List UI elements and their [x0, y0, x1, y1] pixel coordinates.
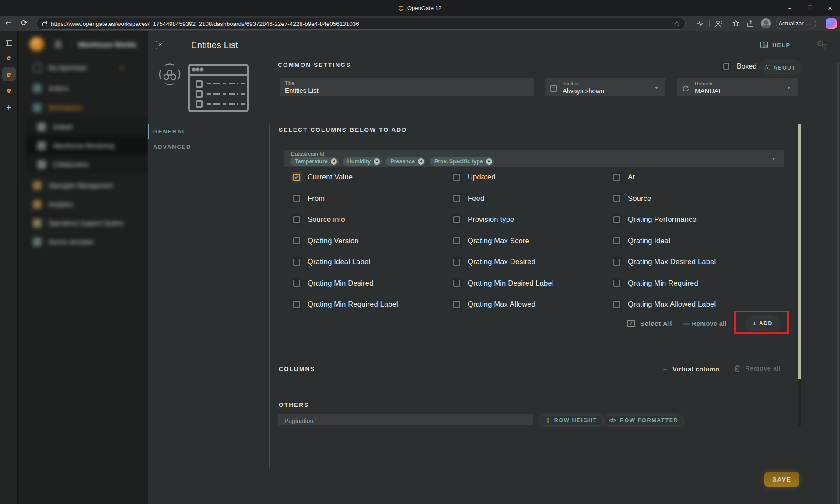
- help-button[interactable]: ? HELP: [760, 41, 791, 49]
- sidebar-item[interactable]: Warehouse Monitoring: [37, 139, 114, 152]
- remove-all-columns-button[interactable]: Remove all: [734, 365, 781, 372]
- column-checkbox[interactable]: [612, 278, 622, 288]
- add-rail-icon[interactable]: +: [0, 103, 18, 113]
- sidebar-item[interactable]: My OpenGate▼: [33, 61, 124, 74]
- profile-preferences-icon[interactable]: [714, 20, 723, 28]
- remove-all-button[interactable]: — Remove all: [683, 320, 727, 327]
- column-checkbox[interactable]: [452, 172, 462, 182]
- opengate-rail-icon-active[interactable]: [0, 71, 18, 79]
- column-checkbox[interactable]: [612, 299, 622, 310]
- column-checkbox[interactable]: [452, 193, 462, 203]
- datastream-chip[interactable]: Presence✕: [385, 157, 426, 166]
- row-formatter-button[interactable]: </> ROW FORMATTER: [605, 416, 682, 425]
- chip-remove-icon[interactable]: ✕: [486, 158, 492, 164]
- column-option[interactable]: Qrating Max Allowed: [452, 299, 612, 310]
- row-height-button[interactable]: ↕ ROW HEIGHT: [540, 416, 602, 425]
- sidebar-item[interactable]: Default: [37, 120, 72, 133]
- sidebar-item[interactable]: Opengate Management: [33, 179, 113, 192]
- close-window-button[interactable]: ✕: [820, 5, 840, 11]
- column-checkbox[interactable]: [612, 214, 622, 225]
- column-option[interactable]: Source info: [291, 214, 452, 225]
- minimize-button[interactable]: –: [780, 5, 800, 11]
- opengate-rail-icon[interactable]: [0, 87, 18, 94]
- favorites-icon[interactable]: [732, 20, 740, 28]
- toolbar-select[interactable]: Toolbar Always shown: [545, 78, 665, 96]
- boxed-option[interactable]: Boxed: [721, 62, 756, 71]
- tab-advanced[interactable]: ADVANCED: [148, 139, 269, 154]
- column-checkbox[interactable]: [612, 193, 622, 203]
- favorite-star-icon[interactable]: ☆: [674, 20, 680, 28]
- column-checkbox[interactable]: [612, 257, 622, 267]
- column-option[interactable]: Qrating Max Desired Label: [612, 256, 794, 267]
- sidebar-item[interactable]: Analytics: [33, 198, 73, 211]
- settings-gears-icon[interactable]: ⚙⚙: [816, 38, 827, 50]
- column-option[interactable]: Qrating Ideal: [612, 235, 794, 246]
- column-option[interactable]: Provision type: [452, 214, 612, 225]
- browser-essentials-icon[interactable]: [696, 20, 704, 28]
- datastream-chip[interactable]: Humidity✕: [343, 157, 382, 166]
- select-all-label[interactable]: Select All: [640, 320, 672, 327]
- refresh-select[interactable]: Refresh MANUAL: [677, 78, 798, 96]
- column-checkbox[interactable]: [291, 235, 302, 246]
- profile-avatar[interactable]: [761, 18, 771, 28]
- select-all-checkbox[interactable]: ✓: [627, 320, 635, 327]
- column-option[interactable]: From: [291, 193, 452, 204]
- column-option[interactable]: Updated: [452, 172, 612, 182]
- address-bar[interactable]: https://www.opengate.es/workspaces/_1754…: [36, 18, 686, 30]
- virtual-column-button[interactable]: + Virtual column: [663, 365, 719, 374]
- column-checkbox[interactable]: [291, 193, 302, 203]
- column-checkbox[interactable]: [291, 278, 302, 288]
- column-checkbox[interactable]: [291, 214, 302, 225]
- column-checkbox[interactable]: [452, 214, 462, 225]
- column-checkbox[interactable]: [612, 172, 622, 182]
- column-option[interactable]: Qrating Performance: [612, 214, 794, 225]
- column-option[interactable]: Qrating Max Score: [452, 235, 612, 246]
- column-option[interactable]: Qrating Min Desired Label: [452, 278, 612, 289]
- share-icon[interactable]: [746, 20, 755, 28]
- column-option[interactable]: Qrating Min Required: [612, 278, 794, 289]
- chip-remove-icon[interactable]: ✕: [374, 158, 380, 164]
- reload-icon[interactable]: ⟳: [21, 18, 28, 27]
- url-text[interactable]: https://www.opengate.es/workspaces/_1754…: [51, 21, 674, 27]
- sidebar-item[interactable]: Actions: [33, 82, 69, 95]
- chip-remove-icon[interactable]: ✕: [418, 158, 424, 164]
- chevron-down-icon[interactable]: [772, 158, 775, 160]
- sidebar-item[interactable]: Operations Support System: [33, 217, 124, 230]
- scrollbar-thumb[interactable]: [798, 124, 801, 379]
- back-icon[interactable]: ←: [5, 18, 12, 27]
- title-field[interactable]: Title Entities List: [280, 78, 534, 96]
- boxed-checkbox[interactable]: [721, 62, 731, 71]
- update-button[interactable]: Actualizar···: [776, 18, 816, 29]
- column-checkbox[interactable]: [452, 235, 462, 246]
- column-option[interactable]: ✓Current Value: [291, 172, 452, 182]
- chip-remove-icon[interactable]: ✕: [331, 158, 337, 164]
- column-option[interactable]: Feed: [452, 193, 612, 204]
- datastream-chip[interactable]: Prov. Specific type✕: [430, 157, 494, 166]
- sidebar-item[interactable]: Workspaces: [33, 101, 82, 114]
- opengate-rail-icon[interactable]: [0, 54, 18, 62]
- column-checkbox[interactable]: [291, 257, 302, 267]
- column-checkbox[interactable]: [452, 257, 462, 267]
- column-checkbox[interactable]: ✓: [291, 172, 302, 182]
- column-checkbox[interactable]: [612, 235, 622, 246]
- save-button[interactable]: SAVE: [764, 472, 799, 487]
- column-checkbox[interactable]: [452, 299, 462, 310]
- sidebar-item[interactable]: Device simulator: [33, 235, 94, 248]
- column-option[interactable]: Qrating Max Allowed Label: [612, 299, 794, 310]
- close-icon[interactable]: ✕: [156, 41, 164, 49]
- datastream-chip[interactable]: Temperature✕: [290, 157, 339, 166]
- column-option[interactable]: Qrating Max Desired: [452, 256, 612, 267]
- copilot-icon[interactable]: [826, 18, 836, 29]
- column-option[interactable]: Qrating Ideal Label: [291, 256, 452, 267]
- column-option[interactable]: Source: [612, 193, 794, 204]
- column-option[interactable]: Qrating Version: [291, 235, 452, 246]
- column-option[interactable]: At: [612, 172, 794, 182]
- maximize-button[interactable]: ❐: [800, 5, 820, 11]
- panes-toggle-icon[interactable]: [0, 40, 18, 48]
- sidebar-item[interactable]: Collaborative: [37, 158, 89, 171]
- column-option[interactable]: Qrating Min Required Label: [291, 299, 452, 310]
- column-option[interactable]: Qrating Min Desired: [291, 278, 452, 289]
- user-avatar[interactable]: [29, 37, 44, 52]
- about-button[interactable]: i ABOUT: [760, 62, 800, 73]
- tab-general[interactable]: GENERAL: [148, 124, 269, 139]
